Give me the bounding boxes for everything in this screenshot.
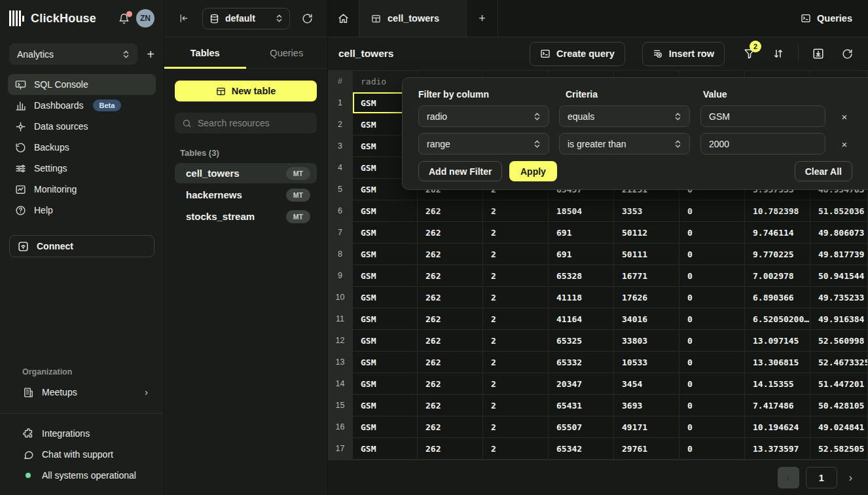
table-cell[interactable]: 52.582505 (810, 438, 868, 460)
collapse-panel-icon[interactable] (179, 13, 189, 24)
table-cell[interactable]: 65342 (549, 438, 614, 460)
table-cell[interactable]: 0 (679, 308, 745, 330)
sidebar-item-meetups[interactable]: Meetups › (0, 382, 164, 403)
insert-row-button[interactable]: Insert row (642, 42, 725, 66)
table-cell[interactable]: 50.941544 (810, 265, 868, 287)
sidebar-item-backups[interactable]: Backups (8, 137, 156, 158)
filter-value-input[interactable] (700, 105, 825, 127)
table-cell[interactable]: 691 (549, 222, 614, 244)
table-cell[interactable]: 10.782398 (745, 200, 810, 222)
table-cell[interactable]: 13.097145 (745, 330, 810, 352)
download-icon[interactable] (806, 42, 830, 65)
create-query-button[interactable]: Create query (530, 42, 625, 66)
table-cell[interactable]: 52.4673325 (810, 352, 868, 373)
table-cell[interactable]: 41164 (549, 308, 614, 330)
table-cell[interactable]: 10.194624 (745, 416, 810, 438)
table-cell[interactable]: 0 (679, 416, 745, 438)
table-cell[interactable]: 2 (483, 308, 549, 330)
sidebar-item-help[interactable]: Help (8, 200, 156, 221)
table-cell[interactable]: GSM (353, 265, 418, 287)
table-cell[interactable]: 49171 (614, 416, 679, 438)
table-cell[interactable]: GSM (353, 416, 418, 438)
filter-criteria-select[interactable]: equals (559, 105, 690, 127)
table-cell[interactable]: 0 (679, 395, 745, 416)
remove-filter-icon[interactable]: × (837, 136, 852, 152)
apply-button[interactable]: Apply (509, 161, 557, 181)
table-cell[interactable]: 49.817739 (810, 244, 868, 265)
table-cell[interactable]: GSM (353, 287, 418, 308)
table-cell[interactable]: 6.52050200… (745, 308, 810, 330)
current-page[interactable]: 1 (806, 467, 837, 488)
table-cell[interactable]: 20347 (549, 373, 614, 395)
table-cell[interactable]: 3693 (614, 395, 679, 416)
add-workspace-button[interactable]: + (147, 48, 154, 61)
filter-criteria-select[interactable]: is greater than (559, 133, 690, 155)
table-cell[interactable]: 49.735233 (810, 287, 868, 308)
remove-filter-icon[interactable]: × (837, 109, 852, 124)
table-cell[interactable]: 65325 (549, 330, 614, 352)
table-cell[interactable]: 2 (483, 373, 549, 395)
table-cell[interactable]: 16771 (614, 265, 679, 287)
prev-page-button[interactable]: ‹ (778, 467, 799, 488)
table-cell[interactable]: 65507 (549, 416, 614, 438)
sidebar-item-data-sources[interactable]: Data sources (8, 116, 156, 137)
home-icon[interactable] (328, 0, 359, 37)
table-cell[interactable]: 3454 (614, 373, 679, 395)
notifications-bell-icon[interactable] (118, 13, 130, 24)
table-cell[interactable]: 2 (483, 352, 549, 373)
table-cell[interactable]: GSM (353, 330, 418, 352)
sidebar-item-dashboards[interactable]: Dashboards Beta (8, 95, 156, 116)
queries-button[interactable]: Queries (801, 0, 852, 37)
sort-icon[interactable] (767, 42, 790, 65)
table-cell[interactable]: 0 (679, 222, 745, 244)
sidebar-item-chat-support[interactable]: Chat with support (0, 444, 164, 465)
table-cell[interactable]: 3353 (614, 200, 679, 222)
sidebar-item-settings[interactable]: Settings (8, 158, 156, 179)
table-cell[interactable]: GSM (353, 373, 418, 395)
filter-icon[interactable]: 2 (738, 42, 761, 65)
table-cell[interactable]: 2 (483, 244, 549, 265)
table-cell[interactable]: 49.916384 (810, 308, 868, 330)
next-page-button[interactable]: › (849, 472, 852, 484)
table-cell[interactable]: 13.373597 (745, 438, 810, 460)
table-cell[interactable]: GSM (353, 200, 418, 222)
table-cell[interactable]: 2 (483, 416, 549, 438)
table-cell[interactable]: 0 (679, 200, 745, 222)
workspace-select[interactable]: Analytics (9, 43, 137, 65)
table-cell[interactable]: 0 (679, 244, 745, 265)
sidebar-item-monitoring[interactable]: Monitoring (8, 179, 156, 200)
sidebar-item-integrations[interactable]: Integrations (0, 423, 164, 444)
search-input[interactable] (198, 118, 310, 128)
table-cell[interactable]: GSM (353, 395, 418, 416)
table-cell[interactable]: GSM (353, 308, 418, 330)
table-cell[interactable]: 262 (418, 265, 483, 287)
table-cell[interactable]: 49.024841 (810, 416, 868, 438)
table-cell[interactable]: 17626 (614, 287, 679, 308)
filter-column-select[interactable]: radio (418, 105, 549, 127)
table-cell[interactable]: 2 (483, 200, 549, 222)
table-cell[interactable]: 262 (418, 416, 483, 438)
table-cell[interactable]: 7.002978 (745, 265, 810, 287)
table-cell[interactable]: 7.417486 (745, 395, 810, 416)
table-cell[interactable]: 0 (679, 265, 745, 287)
table-cell[interactable]: 29761 (614, 438, 679, 460)
table-cell[interactable]: 262 (418, 373, 483, 395)
table-cell[interactable]: 50.428105 (810, 395, 868, 416)
table-cell[interactable]: 50111 (614, 244, 679, 265)
table-cell[interactable]: 262 (418, 352, 483, 373)
table-cell[interactable]: 262 (418, 200, 483, 222)
table-cell[interactable]: 51.852036 (810, 200, 868, 222)
table-cell[interactable]: GSM (353, 352, 418, 373)
table-cell[interactable]: 2 (483, 330, 549, 352)
table-cell[interactable]: 34016 (614, 308, 679, 330)
table-cell[interactable]: 65431 (549, 395, 614, 416)
table-cell[interactable]: 262 (418, 308, 483, 330)
table-cell[interactable]: 0 (679, 373, 745, 395)
clear-all-button[interactable]: Clear All (795, 161, 852, 181)
table-cell[interactable]: 2 (483, 222, 549, 244)
table-cell[interactable]: 0 (679, 438, 745, 460)
refresh-icon[interactable] (302, 13, 313, 24)
system-status[interactable]: All systems operational (0, 465, 164, 486)
table-cell[interactable]: 2 (483, 265, 549, 287)
table-cell[interactable]: 65328 (549, 265, 614, 287)
